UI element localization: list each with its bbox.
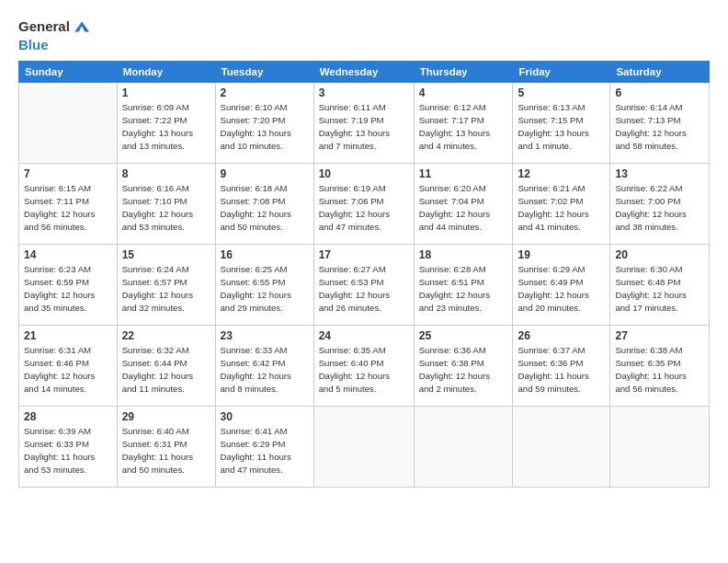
day-info: Sunrise: 6:12 AMSunset: 7:17 PMDaylight:… (419, 101, 508, 153)
svg-marker-1 (82, 22, 89, 32)
calendar-cell: 5Sunrise: 6:13 AMSunset: 7:15 PMDaylight… (513, 83, 610, 164)
calendar-cell: 12Sunrise: 6:21 AMSunset: 7:02 PMDayligh… (513, 164, 610, 245)
calendar-cell: 7Sunrise: 6:15 AMSunset: 7:11 PMDaylight… (19, 164, 118, 245)
calendar-cell: 25Sunrise: 6:36 AMSunset: 6:38 PMDayligh… (414, 326, 513, 407)
day-info: Sunrise: 6:40 AMSunset: 6:31 PMDaylight:… (122, 425, 210, 477)
calendar-cell: 28Sunrise: 6:39 AMSunset: 6:33 PMDayligh… (19, 407, 118, 488)
day-info: Sunrise: 6:29 AMSunset: 6:49 PMDaylight:… (518, 263, 605, 315)
day-number: 1 (122, 86, 210, 99)
day-number: 21 (24, 329, 112, 342)
day-info: Sunrise: 6:31 AMSunset: 6:46 PMDaylight:… (24, 344, 112, 396)
day-info: Sunrise: 6:11 AMSunset: 7:19 PMDaylight:… (319, 101, 409, 153)
weekday-header-sunday: Sunday (19, 62, 118, 83)
day-number: 28 (24, 410, 112, 423)
day-number: 17 (319, 248, 409, 261)
day-number: 13 (615, 167, 704, 180)
day-number: 4 (419, 86, 508, 99)
day-number: 26 (518, 329, 605, 342)
day-number: 15 (122, 248, 210, 261)
day-info: Sunrise: 6:41 AMSunset: 6:29 PMDaylight:… (221, 425, 309, 477)
day-number: 5 (518, 86, 605, 99)
day-number: 9 (221, 167, 309, 180)
calendar-cell: 14Sunrise: 6:23 AMSunset: 6:59 PMDayligh… (19, 245, 118, 326)
day-info: Sunrise: 6:30 AMSunset: 6:48 PMDaylight:… (615, 263, 704, 315)
calendar-cell: 20Sunrise: 6:30 AMSunset: 6:48 PMDayligh… (610, 245, 710, 326)
logo-text-blue: Blue (18, 37, 49, 52)
day-info: Sunrise: 6:13 AMSunset: 7:15 PMDaylight:… (518, 101, 605, 153)
day-info: Sunrise: 6:24 AMSunset: 6:57 PMDaylight:… (122, 263, 210, 315)
logo-icon (72, 17, 92, 37)
day-number: 14 (24, 248, 112, 261)
day-info: Sunrise: 6:38 AMSunset: 6:35 PMDaylight:… (615, 344, 704, 396)
day-number: 12 (518, 167, 605, 180)
header: General Blue (18, 17, 710, 53)
calendar-cell: 3Sunrise: 6:11 AMSunset: 7:19 PMDaylight… (313, 83, 414, 164)
day-info: Sunrise: 6:15 AMSunset: 7:11 PMDaylight:… (24, 182, 112, 234)
calendar-cell: 10Sunrise: 6:19 AMSunset: 7:06 PMDayligh… (313, 164, 414, 245)
day-info: Sunrise: 6:27 AMSunset: 6:53 PMDaylight:… (319, 263, 409, 315)
weekday-header-wednesday: Wednesday (313, 62, 414, 83)
day-number: 20 (615, 248, 704, 261)
day-number: 30 (221, 410, 309, 423)
calendar-cell: 27Sunrise: 6:38 AMSunset: 6:35 PMDayligh… (610, 326, 710, 407)
day-info: Sunrise: 6:33 AMSunset: 6:42 PMDaylight:… (221, 344, 309, 396)
calendar-cell: 9Sunrise: 6:18 AMSunset: 7:08 PMDaylight… (215, 164, 313, 245)
calendar-cell: 23Sunrise: 6:33 AMSunset: 6:42 PMDayligh… (215, 326, 313, 407)
calendar-cell: 4Sunrise: 6:12 AMSunset: 7:17 PMDaylight… (414, 83, 513, 164)
day-number: 3 (319, 86, 409, 99)
week-row-4: 21Sunrise: 6:31 AMSunset: 6:46 PMDayligh… (19, 326, 710, 407)
calendar-cell: 21Sunrise: 6:31 AMSunset: 6:46 PMDayligh… (19, 326, 118, 407)
day-info: Sunrise: 6:25 AMSunset: 6:55 PMDaylight:… (221, 263, 309, 315)
day-number: 25 (419, 329, 508, 342)
calendar-table: SundayMondayTuesdayWednesdayThursdayFrid… (18, 61, 710, 488)
day-info: Sunrise: 6:28 AMSunset: 6:51 PMDaylight:… (419, 263, 508, 315)
weekday-header-tuesday: Tuesday (215, 62, 313, 83)
calendar-cell (513, 407, 610, 488)
calendar-cell: 29Sunrise: 6:40 AMSunset: 6:31 PMDayligh… (117, 407, 215, 488)
calendar-cell: 13Sunrise: 6:22 AMSunset: 7:00 PMDayligh… (610, 164, 710, 245)
calendar-cell: 22Sunrise: 6:32 AMSunset: 6:44 PMDayligh… (117, 326, 215, 407)
day-info: Sunrise: 6:35 AMSunset: 6:40 PMDaylight:… (319, 344, 409, 396)
day-info: Sunrise: 6:14 AMSunset: 7:13 PMDaylight:… (615, 101, 704, 153)
calendar-cell (313, 407, 414, 488)
day-info: Sunrise: 6:20 AMSunset: 7:04 PMDaylight:… (419, 182, 508, 234)
page: General Blue SundayMondayTuesdayWednesda… (0, 0, 728, 563)
day-number: 2 (221, 86, 309, 99)
day-number: 8 (122, 167, 210, 180)
day-number: 16 (221, 248, 309, 261)
calendar-cell: 17Sunrise: 6:27 AMSunset: 6:53 PMDayligh… (313, 245, 414, 326)
day-number: 6 (615, 86, 704, 99)
week-row-1: 1Sunrise: 6:09 AMSunset: 7:22 PMDaylight… (19, 83, 710, 164)
day-info: Sunrise: 6:09 AMSunset: 7:22 PMDaylight:… (122, 101, 210, 153)
day-number: 10 (319, 167, 409, 180)
weekday-header-saturday: Saturday (610, 62, 710, 83)
day-info: Sunrise: 6:22 AMSunset: 7:00 PMDaylight:… (615, 182, 704, 234)
day-info: Sunrise: 6:19 AMSunset: 7:06 PMDaylight:… (319, 182, 409, 234)
day-info: Sunrise: 6:37 AMSunset: 6:36 PMDaylight:… (518, 344, 605, 396)
calendar-cell: 24Sunrise: 6:35 AMSunset: 6:40 PMDayligh… (313, 326, 414, 407)
day-info: Sunrise: 6:21 AMSunset: 7:02 PMDaylight:… (518, 182, 605, 234)
day-info: Sunrise: 6:23 AMSunset: 6:59 PMDaylight:… (24, 263, 112, 315)
calendar-cell (610, 407, 710, 488)
day-info: Sunrise: 6:18 AMSunset: 7:08 PMDaylight:… (221, 182, 309, 234)
day-number: 18 (419, 248, 508, 261)
calendar-cell: 8Sunrise: 6:16 AMSunset: 7:10 PMDaylight… (117, 164, 215, 245)
day-number: 19 (518, 248, 605, 261)
weekday-header-row: SundayMondayTuesdayWednesdayThursdayFrid… (19, 62, 710, 83)
day-number: 29 (122, 410, 210, 423)
calendar-cell (19, 83, 118, 164)
day-number: 24 (319, 329, 409, 342)
calendar-cell: 2Sunrise: 6:10 AMSunset: 7:20 PMDaylight… (215, 83, 313, 164)
calendar-cell: 30Sunrise: 6:41 AMSunset: 6:29 PMDayligh… (215, 407, 313, 488)
weekday-header-thursday: Thursday (414, 62, 513, 83)
day-number: 23 (221, 329, 309, 342)
day-info: Sunrise: 6:36 AMSunset: 6:38 PMDaylight:… (419, 344, 508, 396)
calendar-cell: 16Sunrise: 6:25 AMSunset: 6:55 PMDayligh… (215, 245, 313, 326)
calendar-cell (414, 407, 513, 488)
weekday-header-friday: Friday (513, 62, 610, 83)
day-number: 11 (419, 167, 508, 180)
calendar-cell: 11Sunrise: 6:20 AMSunset: 7:04 PMDayligh… (414, 164, 513, 245)
logo: General Blue (18, 17, 92, 53)
day-number: 22 (122, 329, 210, 342)
logo-text-general: General (18, 18, 70, 35)
